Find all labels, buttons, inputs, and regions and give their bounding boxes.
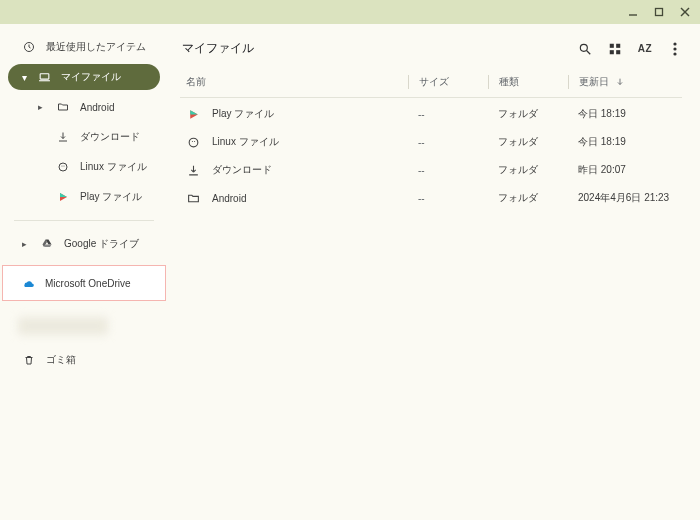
trash-icon: [22, 353, 36, 367]
divider: [14, 220, 154, 221]
sidebar-myfiles[interactable]: ▾ マイファイル: [8, 64, 160, 90]
col-size[interactable]: サイズ: [408, 75, 488, 89]
titlebar: [0, 0, 700, 24]
file-list: Play ファイル--フォルダ今日 18:19Linux ファイル--フォルダ今…: [180, 100, 682, 212]
folder-icon: [186, 191, 200, 205]
window-close-button[interactable]: [678, 5, 692, 19]
file-kind: フォルダ: [488, 191, 568, 205]
sidebar-item-trash[interactable]: ゴミ箱: [8, 347, 160, 373]
sidebar: 最近使用したアイテム ▾ マイファイル ▸ Android ダウンロード: [0, 24, 168, 520]
clock-icon: [22, 40, 36, 54]
sidebar-item-play[interactable]: Play ファイル: [8, 184, 160, 210]
sidebar-item-gdrive[interactable]: ▸ Google ドライブ: [8, 231, 160, 257]
table-row[interactable]: Linux ファイル--フォルダ今日 18:19: [180, 128, 682, 156]
file-kind: フォルダ: [488, 135, 568, 149]
sidebar-recent[interactable]: 最近使用したアイテム: [8, 34, 160, 60]
svg-point-16: [673, 42, 676, 45]
file-size: --: [408, 193, 488, 204]
sidebar-myfiles-label: マイファイル: [61, 70, 121, 84]
table-row[interactable]: ダウンロード--フォルダ昨日 20:07: [180, 156, 682, 184]
sidebar-blurred-item: [18, 317, 108, 335]
sidebar-item-label: ダウンロード: [80, 130, 140, 144]
svg-point-10: [580, 44, 587, 51]
svg-point-19: [189, 138, 198, 147]
svg-point-21: [194, 140, 195, 141]
file-name: Play ファイル: [212, 107, 274, 121]
main-panel: マイファイル AZ 名前 サイズ 種類 更新日: [168, 24, 700, 520]
svg-rect-14: [609, 50, 613, 54]
svg-point-7: [59, 163, 67, 171]
file-kind: フォルダ: [488, 163, 568, 177]
download-icon: [56, 130, 70, 144]
file-date: 今日 18:19: [568, 135, 678, 149]
grid-view-icon[interactable]: [608, 42, 622, 56]
page-title: マイファイル: [182, 40, 254, 57]
linux-icon: [186, 135, 200, 149]
svg-rect-1: [656, 9, 663, 16]
svg-point-17: [673, 47, 676, 50]
sidebar-item-label: ゴミ箱: [46, 353, 76, 367]
file-date: 昨日 20:07: [568, 163, 678, 177]
file-name: ダウンロード: [212, 163, 272, 177]
file-date: 2024年4月6日 21:23: [568, 191, 678, 205]
file-date: 今日 18:19: [568, 107, 678, 121]
col-date[interactable]: 更新日: [568, 75, 678, 89]
svg-point-18: [673, 52, 676, 55]
file-name: Android: [212, 193, 246, 204]
col-name[interactable]: 名前: [184, 75, 408, 89]
gdrive-icon: [40, 237, 54, 251]
search-icon[interactable]: [578, 42, 592, 56]
folder-icon: [56, 100, 70, 114]
sidebar-item-label: Android: [80, 102, 114, 113]
sidebar-item-label: Linux ファイル: [80, 160, 147, 174]
col-kind[interactable]: 種類: [488, 75, 568, 89]
chevron-down-icon: ▾: [22, 72, 27, 83]
sidebar-item-onedrive[interactable]: Microsoft OneDrive: [2, 265, 166, 301]
file-size: --: [408, 137, 488, 148]
sidebar-item-label: Google ドライブ: [64, 237, 139, 251]
svg-rect-12: [609, 43, 613, 47]
table-row[interactable]: Play ファイル--フォルダ今日 18:19: [180, 100, 682, 128]
play-icon: [56, 190, 70, 204]
window-maximize-button[interactable]: [652, 5, 666, 19]
arrow-down-icon: [613, 75, 627, 89]
svg-point-9: [64, 166, 65, 167]
window-minimize-button[interactable]: [626, 5, 640, 19]
table-row[interactable]: Android--フォルダ2024年4月6日 21:23: [180, 184, 682, 212]
download-icon: [186, 163, 200, 177]
laptop-icon: [37, 70, 51, 84]
column-headers: 名前 サイズ 種類 更新日: [180, 71, 682, 95]
sidebar-item-linux[interactable]: Linux ファイル: [8, 154, 160, 180]
file-size: --: [408, 109, 488, 120]
more-icon[interactable]: [668, 42, 682, 56]
sidebar-recent-label: 最近使用したアイテム: [46, 40, 146, 54]
svg-point-20: [191, 140, 192, 141]
svg-line-11: [586, 50, 590, 54]
file-name: Linux ファイル: [212, 135, 279, 149]
sidebar-item-label: Microsoft OneDrive: [45, 278, 131, 289]
onedrive-icon: [21, 276, 35, 290]
divider: [180, 97, 682, 98]
file-kind: フォルダ: [488, 107, 568, 121]
svg-rect-13: [616, 43, 620, 47]
svg-rect-5: [40, 73, 49, 78]
sidebar-item-downloads[interactable]: ダウンロード: [8, 124, 160, 150]
sort-button[interactable]: AZ: [638, 43, 652, 54]
svg-rect-15: [616, 50, 620, 54]
chevron-right-icon: ▸: [38, 102, 46, 112]
linux-icon: [56, 160, 70, 174]
play-icon: [186, 107, 200, 121]
svg-point-8: [62, 166, 63, 167]
file-size: --: [408, 165, 488, 176]
sidebar-item-label: Play ファイル: [80, 190, 142, 204]
chevron-right-icon: ▸: [22, 239, 30, 249]
sidebar-item-android[interactable]: ▸ Android: [8, 94, 160, 120]
